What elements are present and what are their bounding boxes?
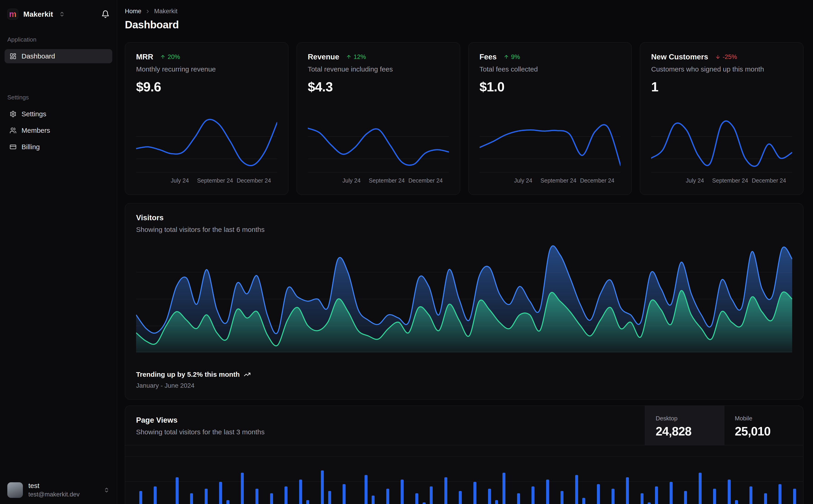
bar <box>270 493 273 504</box>
page-views-card: Page Views Showing total visitors for th… <box>125 406 803 504</box>
trend-badge-up: 9% <box>504 53 520 61</box>
bar <box>190 493 193 504</box>
stat-label: Mobile <box>735 415 793 422</box>
bar <box>299 480 302 504</box>
bar <box>749 486 752 504</box>
sidebar-item-label: Billing <box>21 143 40 151</box>
bar <box>423 502 426 504</box>
bar <box>670 482 673 504</box>
bar <box>227 500 230 504</box>
bar <box>641 493 644 504</box>
stat-value: 1 <box>651 79 792 94</box>
bar <box>459 491 462 504</box>
sidebar-item-billing[interactable]: Billing <box>5 140 112 154</box>
trend-badge-up: 12% <box>346 53 366 61</box>
bar <box>517 493 520 504</box>
page-views-header: Page Views Showing total visitors for th… <box>125 406 803 445</box>
bar <box>205 489 208 504</box>
stat-subtitle: Total fees collected <box>480 65 621 73</box>
visitors-subtitle: Showing total visitors for the last 6 mo… <box>136 226 792 233</box>
bar <box>764 493 767 504</box>
bar <box>495 500 498 504</box>
chevrons-up-down-icon <box>59 11 65 17</box>
chevrons-up-down-icon <box>104 487 109 493</box>
stat-subtitle: Customers who signed up this month <box>651 65 792 73</box>
bar <box>473 482 476 504</box>
workspace-switcher[interactable]: m Makerkit <box>5 7 112 21</box>
stat-title: New Customers <box>651 53 708 61</box>
sparkline-axis: July 24September 24December 24 <box>308 177 449 186</box>
breadcrumb-home-link[interactable]: Home <box>125 8 141 15</box>
visitors-trend-text: Trending up by 5.2% this month <box>136 371 240 378</box>
stat-title: Fees <box>480 53 497 61</box>
stat-subtitle: Total revenue including fees <box>308 65 449 73</box>
main-content: Home Makerkit Dashboard MRR 20% Monthly … <box>117 0 813 504</box>
breadcrumb-current: Makerkit <box>154 8 177 15</box>
notifications-button[interactable] <box>101 10 109 18</box>
user-meta: test test@makerkit.dev <box>28 482 80 498</box>
bar <box>386 489 389 504</box>
bar <box>328 491 331 504</box>
bar <box>582 498 585 504</box>
bar <box>139 491 142 504</box>
sidebar-item-settings[interactable]: Settings <box>5 107 112 121</box>
chevron-right-icon <box>145 9 150 14</box>
bar <box>401 480 404 504</box>
bar <box>597 484 600 504</box>
page-views-subtitle: Showing total visitors for the last 3 mo… <box>136 428 634 436</box>
stat-value: $1.0 <box>480 79 621 94</box>
page-views-title: Page Views <box>136 416 634 424</box>
user-menu-toggle[interactable] <box>104 487 109 493</box>
bar <box>648 502 651 504</box>
bar <box>415 493 418 504</box>
arrow-down-icon <box>715 54 721 60</box>
sidebar-item-label: Members <box>21 127 50 134</box>
bar <box>154 486 157 504</box>
bar <box>430 486 433 504</box>
stat-card-new-customers: New Customers -25% Customers who signed … <box>640 42 803 195</box>
sparkline-chart <box>480 115 621 173</box>
bar <box>778 484 781 504</box>
sidebar-item-dashboard[interactable]: Dashboard <box>5 49 112 63</box>
bar <box>531 486 534 504</box>
bar <box>285 486 288 504</box>
sidebar-item-label: Settings <box>21 110 46 118</box>
user-email: test@makerkit.dev <box>28 491 80 498</box>
sparkline-axis: July 24September 24December 24 <box>480 177 621 186</box>
users-icon <box>10 127 16 134</box>
visitors-card: Visitors Showing total visitors for the … <box>125 203 803 400</box>
bar <box>343 484 346 504</box>
visitors-date-range: January - June 2024 <box>136 382 792 389</box>
stat-value: 25,010 <box>735 424 793 438</box>
stat-title: Revenue <box>308 53 339 61</box>
bar <box>655 486 658 504</box>
toggle-mobile[interactable]: Mobile 25,010 <box>724 406 803 445</box>
bar <box>306 500 309 504</box>
bar <box>735 500 738 504</box>
avatar <box>7 482 23 498</box>
bar <box>321 470 324 504</box>
visitors-title: Visitors <box>136 213 792 222</box>
arrow-up-icon <box>504 54 509 60</box>
bar <box>241 473 244 504</box>
sidebar-item-members[interactable]: Members <box>5 123 112 138</box>
visitors-area-chart <box>136 245 792 353</box>
arrow-up-icon <box>346 54 352 60</box>
user-name: test <box>28 482 80 490</box>
page-views-heading: Page Views Showing total visitors for th… <box>125 406 645 445</box>
sparkline-axis: July 24September 24December 24 <box>136 177 277 186</box>
bar <box>728 480 731 504</box>
makerkit-logo: m <box>7 9 18 20</box>
bar <box>684 491 687 504</box>
sidebar-item-label: Dashboard <box>21 52 55 60</box>
bar <box>546 480 549 504</box>
bar <box>699 473 702 504</box>
sidebar: m Makerkit Application Dashboard Setting… <box>0 0 117 504</box>
stat-card-revenue: Revenue 12% Total revenue including fees… <box>297 42 460 195</box>
stat-value: $4.3 <box>308 79 449 94</box>
user-menu[interactable]: test test@makerkit.dev <box>5 482 112 498</box>
bar <box>793 489 796 504</box>
stat-cards-row: MRR 20% Monthly recurring revenue $9.6 J… <box>125 42 803 195</box>
bar <box>488 489 491 504</box>
toggle-desktop[interactable]: Desktop 24,828 <box>645 406 724 445</box>
